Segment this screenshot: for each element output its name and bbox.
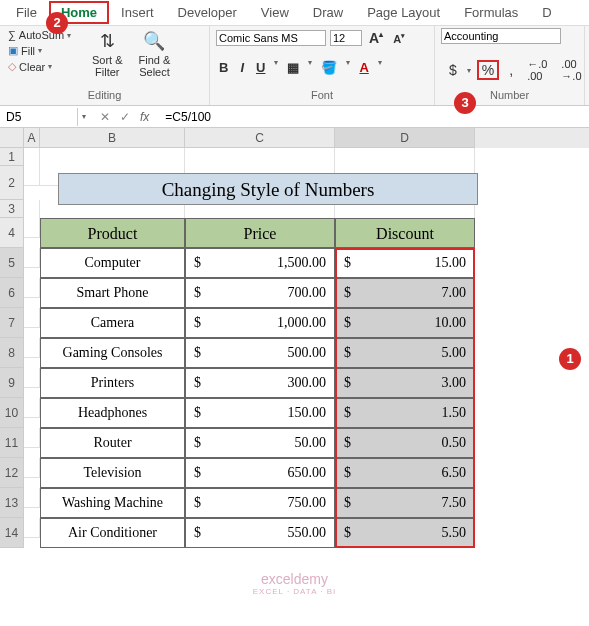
tab-view[interactable]: View <box>249 1 301 24</box>
increase-font-button[interactable]: A▴ <box>366 28 386 48</box>
italic-button[interactable]: I <box>237 58 247 77</box>
name-dropdown-icon[interactable]: ▾ <box>78 112 90 121</box>
product-cell[interactable]: Air Conditioner <box>40 518 185 548</box>
row-header[interactable]: 14 <box>0 518 24 548</box>
row-header[interactable]: 3 <box>0 200 24 218</box>
row-header[interactable]: 11 <box>0 428 24 458</box>
discount-cell[interactable]: $6.50 <box>335 458 475 488</box>
price-cell[interactable]: $150.00 <box>185 398 335 428</box>
comma-button[interactable]: , <box>505 60 517 80</box>
dropdown-icon: ▾ <box>38 46 42 55</box>
find-select-button[interactable]: 🔍 Find & Select <box>133 28 177 80</box>
col-header-d[interactable]: D <box>335 128 475 148</box>
decrease-font-button[interactable]: A▾ <box>390 30 408 47</box>
discount-cell[interactable]: $7.00 <box>335 278 475 308</box>
row-header[interactable]: 9 <box>0 368 24 398</box>
percent-button[interactable]: % <box>477 60 499 80</box>
clear-icon: ◇ <box>8 60 16 73</box>
bold-button[interactable]: B <box>216 58 231 77</box>
confirm-icon[interactable]: ✓ <box>120 110 130 124</box>
row-header[interactable]: 8 <box>0 338 24 368</box>
row-header[interactable]: 2 <box>0 166 24 200</box>
tab-formulas[interactable]: Formulas <box>452 1 530 24</box>
product-cell[interactable]: Television <box>40 458 185 488</box>
editing-group-label: Editing <box>6 87 203 103</box>
autosum-button[interactable]: ∑ AutoSum ▾ <box>6 28 82 42</box>
font-group-label: Font <box>216 87 428 103</box>
price-cell[interactable]: $750.00 <box>185 488 335 518</box>
fx-icon[interactable]: fx <box>140 110 149 124</box>
price-cell[interactable]: $1,000.00 <box>185 308 335 338</box>
discount-cell[interactable]: $3.00 <box>335 368 475 398</box>
cancel-icon[interactable]: ✕ <box>100 110 110 124</box>
product-cell[interactable]: Washing Machine <box>40 488 185 518</box>
row-header[interactable]: 1 <box>0 148 24 166</box>
number-format-select[interactable] <box>441 28 561 44</box>
row-header[interactable]: 13 <box>0 488 24 518</box>
row-header[interactable]: 7 <box>0 308 24 338</box>
discount-cell[interactable]: $1.50 <box>335 398 475 428</box>
price-cell[interactable]: $300.00 <box>185 368 335 398</box>
tab-developer[interactable]: Developer <box>166 1 249 24</box>
tab-pagelayout[interactable]: Page Layout <box>355 1 452 24</box>
product-cell[interactable]: Camera <box>40 308 185 338</box>
col-header-c[interactable]: C <box>185 128 335 148</box>
title-cell[interactable]: Changing Style of Numbers <box>58 173 478 205</box>
clear-button[interactable]: ◇ Clear ▾ <box>6 59 82 74</box>
price-cell[interactable]: $50.00 <box>185 428 335 458</box>
row-header[interactable]: 5 <box>0 248 24 278</box>
select-all-corner[interactable] <box>0 128 24 148</box>
row-header[interactable]: 4 <box>0 218 24 248</box>
sort-filter-button[interactable]: ⇅ Sort & Filter <box>86 28 129 80</box>
fill-color-button[interactable]: 🪣 <box>318 58 340 77</box>
price-cell[interactable]: $550.00 <box>185 518 335 548</box>
ribbon: ∑ AutoSum ▾ ▣ Fill ▾ ◇ Clear ▾ ⇅ Sort & … <box>0 26 589 106</box>
underline-button[interactable]: U <box>253 58 268 77</box>
discount-cell[interactable]: $10.00 <box>335 308 475 338</box>
product-cell[interactable]: Printers <box>40 368 185 398</box>
tab-draw[interactable]: Draw <box>301 1 355 24</box>
discount-cell[interactable]: $7.50 <box>335 488 475 518</box>
price-cell[interactable]: $700.00 <box>185 278 335 308</box>
font-name-select[interactable] <box>216 30 326 46</box>
grid-area: 1 2 3 4 Product Price Discount 5Computer… <box>0 148 589 548</box>
product-cell[interactable]: Smart Phone <box>40 278 185 308</box>
menu-bar: File Home Insert Developer View Draw Pag… <box>0 0 589 26</box>
header-price[interactable]: Price <box>185 218 335 248</box>
sigma-icon: ∑ <box>8 29 16 41</box>
fill-button[interactable]: ▣ Fill ▾ <box>6 43 82 58</box>
discount-cell[interactable]: $0.50 <box>335 428 475 458</box>
discount-cell[interactable]: $5.50 <box>335 518 475 548</box>
tab-data[interactable]: D <box>530 1 563 24</box>
column-headers: A B C D <box>0 128 589 148</box>
font-color-button[interactable]: A <box>356 58 371 77</box>
product-cell[interactable]: Router <box>40 428 185 458</box>
formula-bar: ▾ ✕ ✓ fx <box>0 106 589 128</box>
product-cell[interactable]: Computer <box>40 248 185 278</box>
col-header-a[interactable]: A <box>24 128 40 148</box>
price-cell[interactable]: $1,500.00 <box>185 248 335 278</box>
border-button[interactable]: ▦ <box>284 58 302 77</box>
formula-input[interactable] <box>159 108 589 126</box>
discount-cell[interactable]: $5.00 <box>335 338 475 368</box>
fill-icon: ▣ <box>8 44 18 57</box>
discount-cell[interactable]: $15.00 <box>335 248 475 278</box>
increase-decimal-button[interactable]: ←.0.00 <box>523 56 551 84</box>
row-header[interactable]: 6 <box>0 278 24 308</box>
price-cell[interactable]: $650.00 <box>185 458 335 488</box>
decrease-decimal-button[interactable]: .00→.0 <box>557 56 585 84</box>
font-size-select[interactable] <box>330 30 362 46</box>
name-box[interactable] <box>0 108 78 126</box>
currency-button[interactable]: $ <box>445 60 461 80</box>
col-header-b[interactable]: B <box>40 128 185 148</box>
price-cell[interactable]: $500.00 <box>185 338 335 368</box>
header-discount[interactable]: Discount <box>335 218 475 248</box>
dropdown-icon: ▾ <box>308 58 312 77</box>
tab-file[interactable]: File <box>4 1 49 24</box>
product-cell[interactable]: Gaming Consoles <box>40 338 185 368</box>
tab-insert[interactable]: Insert <box>109 1 166 24</box>
row-header[interactable]: 12 <box>0 458 24 488</box>
header-product[interactable]: Product <box>40 218 185 248</box>
product-cell[interactable]: Headphones <box>40 398 185 428</box>
row-header[interactable]: 10 <box>0 398 24 428</box>
